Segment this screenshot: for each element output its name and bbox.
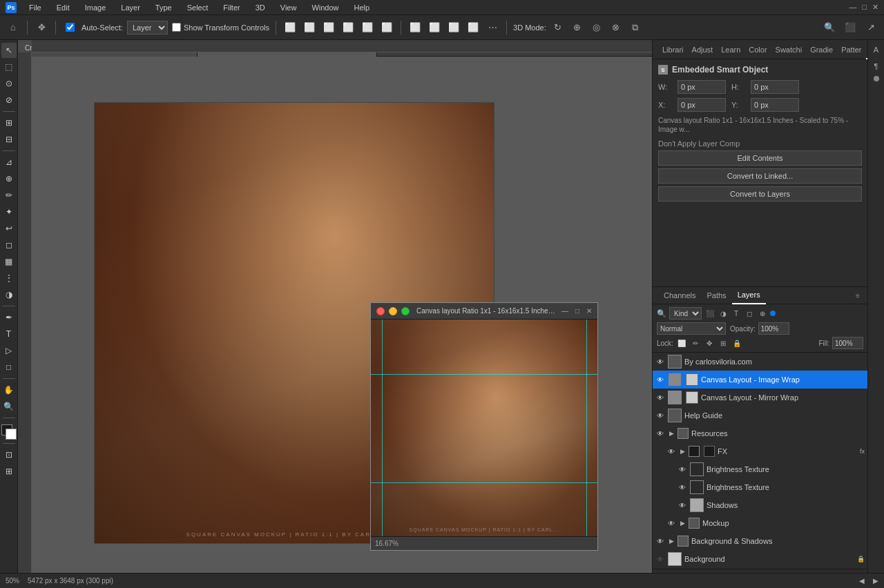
more-options-icon[interactable]: ⋯ xyxy=(485,20,500,35)
tab-color[interactable]: Color xyxy=(744,40,771,59)
lock-edit-icon[interactable]: ✏ xyxy=(690,337,701,349)
spot-heal-tool[interactable]: ⊕ xyxy=(1,171,17,186)
close-btn[interactable]: ✕ xyxy=(872,3,878,12)
tab-librari[interactable]: Librari xyxy=(658,40,688,59)
layer-resources[interactable]: 👁 ▶ Resources xyxy=(653,424,867,442)
layer-brightness-texture-1[interactable]: 👁 Brightness Texture xyxy=(675,460,867,478)
float-win-min-icon[interactable]: — xyxy=(561,307,568,315)
layer-vis-bt2[interactable]: 👁 xyxy=(678,482,687,492)
layer-shadows[interactable]: 👁 Shadows xyxy=(675,496,867,514)
layer-mockup[interactable]: 👁 ▶ Mockup xyxy=(664,514,867,532)
layer-vis-help-guide[interactable]: 👁 xyxy=(655,411,665,420)
float-win-max-icon[interactable]: □ xyxy=(575,307,579,315)
menu-filter[interactable]: Filter xyxy=(220,2,242,13)
tab-paths[interactable]: Paths xyxy=(701,286,731,304)
layer-canvas-mirror-wrap[interactable]: 👁 Canvas Layout - Mirror Wrap xyxy=(653,389,867,406)
menu-help[interactable]: Help xyxy=(352,2,373,13)
prop-h-input[interactable] xyxy=(751,80,799,94)
search-icon[interactable]: 🔍 xyxy=(822,20,837,35)
align-bottom-icon[interactable]: ⬜ xyxy=(379,20,394,35)
tab-patter[interactable]: Patter xyxy=(837,40,865,59)
lock-px-icon[interactable]: ⬜ xyxy=(676,337,687,349)
opacity-input[interactable] xyxy=(758,322,789,335)
workspace-icon[interactable]: ⬛ xyxy=(843,20,858,35)
clone-stamp-tool[interactable]: ✦ xyxy=(1,204,17,219)
layer-vis-shadows[interactable]: 👁 xyxy=(678,500,687,510)
tab-learn[interactable]: Learn xyxy=(717,40,744,59)
align-center-icon[interactable]: ⬜ xyxy=(302,20,317,35)
convert-linked-btn[interactable]: Convert to Linked... xyxy=(658,168,862,184)
distribute-icon-3[interactable]: ⬜ xyxy=(446,20,461,35)
distribute-icon-4[interactable]: ⬜ xyxy=(465,20,481,35)
filter-shape-icon[interactable]: ◻ xyxy=(744,308,755,319)
float-max-btn[interactable] xyxy=(401,307,410,315)
layer-vis-bg-shadows[interactable]: 👁 xyxy=(655,536,665,546)
layers-tab-more[interactable]: ≡ xyxy=(854,291,862,300)
menu-select[interactable]: Select xyxy=(184,2,211,13)
tab-adjust[interactable]: Adjust xyxy=(688,40,718,59)
layers-kind-select[interactable]: Kind xyxy=(669,307,702,320)
prop-w-input[interactable] xyxy=(678,80,726,94)
menu-layer[interactable]: Layer xyxy=(118,2,143,13)
layer-vis-bt1[interactable]: 👁 xyxy=(678,464,687,474)
layer-help-guide[interactable]: 👁 Help Guide xyxy=(653,406,867,424)
auto-select-checkbox[interactable] xyxy=(62,20,77,35)
eraser-tool[interactable]: ◻ xyxy=(1,237,17,253)
lasso-tool[interactable]: ⊙ xyxy=(1,76,17,91)
eyedropper-tool[interactable]: ⊿ xyxy=(1,155,17,170)
share-icon[interactable]: ↗ xyxy=(863,20,878,35)
pen-tool[interactable]: ✒ xyxy=(1,310,17,325)
hand-tool[interactable]: ✋ xyxy=(1,382,17,398)
nav-prev[interactable]: ◀ xyxy=(859,577,865,585)
crop-tool[interactable]: ⊞ xyxy=(1,115,17,130)
layer-vis-background[interactable]: 👁 xyxy=(655,554,665,564)
3d-rotate-icon[interactable]: ↻ xyxy=(550,20,566,35)
background-color[interactable] xyxy=(6,429,17,440)
layer-vis-image-wrap[interactable]: 👁 xyxy=(655,375,665,384)
align-top-icon[interactable]: ⬜ xyxy=(340,20,356,35)
menu-view[interactable]: View xyxy=(278,2,300,13)
lock-move-icon[interactable]: ✥ xyxy=(704,337,715,349)
fill-input[interactable] xyxy=(832,337,863,349)
brush-tool[interactable]: ✏ xyxy=(1,188,17,203)
slice-tool[interactable]: ⊟ xyxy=(1,132,17,147)
layer-by-carlosviloria[interactable]: 👁 By carlosviloria.com xyxy=(653,353,867,371)
filter-adj-icon[interactable]: ◑ xyxy=(718,308,729,319)
layer-brightness-texture-2[interactable]: 👁 Brightness Texture xyxy=(675,478,867,496)
path-select-tool[interactable]: ▷ xyxy=(1,343,17,358)
tab-channels[interactable]: Channels xyxy=(658,286,701,304)
float-close-btn[interactable] xyxy=(376,307,385,315)
3d-orbit-icon[interactable]: ⊗ xyxy=(608,20,624,35)
screen-mode-tool[interactable]: ⊞ xyxy=(1,464,17,479)
layer-select[interactable]: Layer Group xyxy=(127,21,168,35)
shape-tool[interactable]: □ xyxy=(1,360,17,375)
layer-group-arrow-fx[interactable]: ▶ xyxy=(679,448,686,455)
tab-layers[interactable]: Layers xyxy=(732,286,766,304)
convert-layers-btn[interactable]: Convert to Layers xyxy=(658,186,862,202)
distribute-icon-2[interactable]: ⬜ xyxy=(427,20,442,35)
layer-canvas-image-wrap[interactable]: 👁 Canvas Layout - Image Wrap xyxy=(653,371,867,389)
lock-artboard-icon[interactable]: ⊞ xyxy=(718,337,729,349)
prop-y-input[interactable] xyxy=(751,98,799,112)
3d-zoom-icon[interactable]: ◎ xyxy=(589,20,604,35)
layer-fx[interactable]: 👁 ▶ FX fx xyxy=(664,442,867,460)
gradient-tool[interactable]: ▦ xyxy=(1,254,17,269)
tab-swatchi[interactable]: Swatchi xyxy=(771,40,807,59)
edge-dot[interactable] xyxy=(874,76,879,81)
3d-camera-icon[interactable]: ⧉ xyxy=(628,20,643,35)
blur-tool[interactable]: ⋮ xyxy=(1,271,17,286)
tab-gradie[interactable]: Gradie xyxy=(806,40,837,59)
dodge-tool[interactable]: ◑ xyxy=(1,287,17,302)
filter-smart-icon[interactable]: ⊕ xyxy=(757,308,768,319)
quick-mask-tool[interactable]: ⊡ xyxy=(1,447,17,462)
maximize-btn[interactable]: □ xyxy=(862,3,867,12)
layer-background[interactable]: 👁 Background 🔒 xyxy=(653,550,867,568)
show-transform-label[interactable]: Show Transform Controls xyxy=(172,23,269,32)
align-middle-icon[interactable]: ⬜ xyxy=(360,20,375,35)
layer-vis-fx[interactable]: 👁 xyxy=(666,447,676,456)
filter-pixel-icon[interactable]: ⬛ xyxy=(704,308,715,319)
layer-vis-resources[interactable]: 👁 xyxy=(655,429,665,438)
edge-icon-2[interactable]: ¶ xyxy=(869,59,883,73)
align-left-icon[interactable]: ⬜ xyxy=(282,20,298,35)
move-tool[interactable]: ↖ xyxy=(1,43,17,58)
